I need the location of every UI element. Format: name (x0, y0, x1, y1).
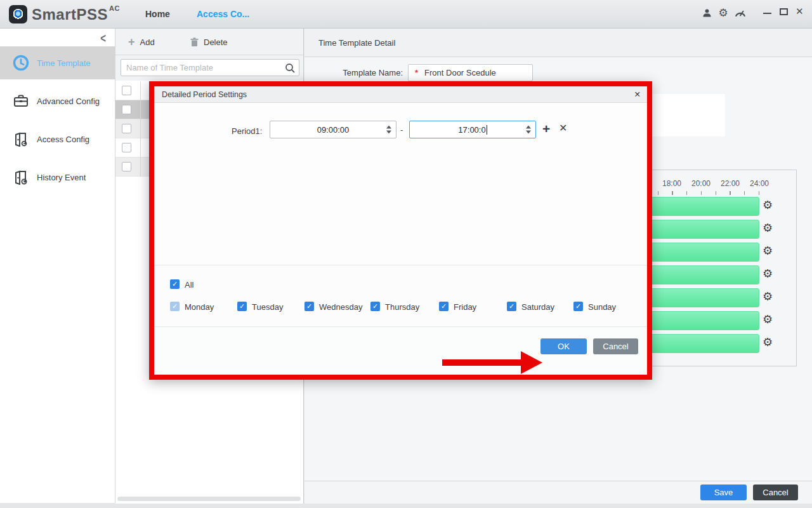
horizontal-scrollbar[interactable] (117, 497, 301, 501)
required-marker: * (415, 68, 418, 77)
row-settings-gear-icon[interactable]: ⚙ (763, 291, 773, 302)
sidebar: < Time Template Advanced Config Access C… (0, 29, 115, 503)
trash-icon (190, 37, 199, 47)
sidebar-item-label: Access Config (37, 135, 89, 144)
row-settings-gear-icon[interactable]: ⚙ (763, 222, 773, 234)
row-settings-gear-icon[interactable]: ⚙ (763, 314, 773, 325)
detail-header-title: Time Template Detail (318, 38, 395, 48)
minimize-button[interactable] (763, 13, 771, 14)
sidebar-item-label: Advanced Config (37, 97, 100, 106)
titlebar: SmartPSSAC Home Access Co... ⚙ ✕ (0, 0, 812, 29)
search-icon[interactable] (285, 63, 295, 73)
close-button[interactable]: ✕ (796, 6, 804, 17)
app-name: SmartPSSAC (32, 6, 120, 23)
briefcase-icon (13, 93, 29, 109)
delete-button-label: Delete (204, 37, 228, 47)
add-period-icon[interactable]: + (542, 122, 550, 135)
start-time-input[interactable]: 09:00:00 (270, 121, 396, 138)
label-sunday: Sunday (588, 302, 616, 312)
delete-button[interactable]: Delete (190, 29, 228, 55)
spinner-down-icon[interactable] (526, 131, 531, 134)
row-settings-gear-icon[interactable]: ⚙ (763, 337, 773, 348)
checkbox-sunday[interactable]: ✓ (573, 302, 583, 311)
remove-period-icon[interactable]: ✕ (559, 123, 567, 133)
user-icon[interactable] (701, 7, 712, 18)
days-section: ✓ All ✓ Monday ✓ Tuesday ✓ Wednesday ✓ T… (154, 265, 647, 326)
timeline-tick-label: 18:00 (662, 179, 681, 188)
checkbox-monday[interactable]: ✓ (170, 302, 180, 311)
clock-icon (13, 55, 29, 71)
sidebar-item-label: Time Template (37, 58, 91, 68)
checkbox-wednesday[interactable]: ✓ (304, 302, 314, 311)
dialog-title: Detailed Period Settings (162, 90, 247, 99)
maximize-button[interactable] (780, 8, 788, 15)
detail-footer: Save Cancel (304, 481, 812, 504)
detail-cancel-button[interactable]: Cancel (753, 485, 798, 500)
detail-white-panel (652, 94, 725, 137)
end-time-spinner[interactable] (526, 126, 531, 134)
spinner-up-icon[interactable] (386, 126, 391, 129)
row-settings-gear-icon[interactable]: ⚙ (763, 268, 773, 279)
plus-icon: + (128, 36, 135, 48)
all-days-checkbox[interactable]: ✓ (170, 279, 180, 289)
dialog-close-icon[interactable]: ✕ (634, 90, 641, 99)
label-wednesday: Wednesday (319, 302, 362, 312)
label-saturday: Saturday (521, 302, 554, 312)
row-checkbox[interactable] (122, 86, 131, 95)
checkbox-saturday[interactable]: ✓ (507, 302, 516, 311)
start-time-value: 09:00:00 (317, 125, 350, 135)
sidebar-collapse-button[interactable]: < (100, 30, 106, 46)
door-clock-icon (13, 169, 29, 185)
detailed-period-settings-dialog: Detailed Period Settings ✕ Period1: 09:0… (149, 81, 652, 380)
ok-button[interactable]: OK (540, 338, 587, 354)
door-gear-icon (13, 131, 29, 147)
template-name-value: Front Door Scedule (424, 68, 496, 77)
template-name-input[interactable]: * Front Door Scedule (408, 64, 533, 81)
time-range-separator: - (400, 125, 403, 135)
gear-icon[interactable]: ⚙ (717, 7, 729, 18)
row-checkbox[interactable] (122, 162, 131, 171)
add-button[interactable]: + Add (128, 29, 155, 55)
spinner-down-icon[interactable] (386, 131, 391, 134)
row-checkbox[interactable] (122, 105, 131, 114)
end-time-value: 17:00:0 (458, 125, 485, 135)
label-monday: Monday (185, 302, 214, 312)
sidebar-item-label: History Event (37, 173, 86, 182)
dialog-titlebar: Detailed Period Settings ✕ (154, 86, 647, 103)
sidebar-item-advanced-config[interactable]: Advanced Config (0, 84, 115, 117)
gauge-icon[interactable] (735, 7, 746, 18)
checkbox-friday[interactable]: ✓ (439, 302, 449, 311)
checkbox-thursday[interactable]: ✓ (370, 302, 380, 311)
template-name-label: Template Name: (304, 68, 403, 77)
tab-home[interactable]: Home (145, 9, 170, 19)
label-friday: Friday (454, 302, 476, 312)
timeline-tick-label: 20:00 (691, 179, 710, 188)
timeline-tick-label: 22:00 (721, 179, 740, 188)
save-button[interactable]: Save (700, 485, 747, 500)
period1-label: Period1: (232, 126, 262, 136)
spinner-up-icon[interactable] (526, 126, 531, 129)
start-time-spinner[interactable] (386, 126, 391, 134)
label-tuesday: Tuesday (252, 302, 283, 312)
sidebar-item-access-config[interactable]: Access Config (0, 123, 115, 156)
sidebar-item-history-event[interactable]: History Event (0, 161, 115, 194)
search-box (121, 59, 299, 76)
tab-access-control[interactable]: Access Co... (197, 9, 249, 19)
add-button-label: Add (140, 37, 155, 47)
search-row (115, 55, 303, 81)
dialog-cancel-button[interactable]: Cancel (593, 338, 638, 354)
app-suffix: AC (109, 4, 120, 12)
detail-header: Time Template Detail (304, 29, 812, 57)
sidebar-item-time-template[interactable]: Time Template (0, 46, 115, 79)
checkbox-tuesday[interactable]: ✓ (237, 302, 247, 311)
text-caret (487, 125, 487, 135)
search-input[interactable] (126, 60, 278, 75)
dialog-footer: OK Cancel (154, 326, 647, 375)
end-time-input[interactable]: 17:00:0 (409, 121, 536, 138)
row-checkbox[interactable] (122, 143, 131, 152)
timeline-tick-label: 24:00 (750, 179, 769, 188)
all-days-label: All (185, 280, 193, 290)
row-checkbox[interactable] (122, 124, 131, 133)
row-settings-gear-icon[interactable]: ⚙ (763, 245, 773, 257)
row-settings-gear-icon[interactable]: ⚙ (763, 199, 773, 211)
